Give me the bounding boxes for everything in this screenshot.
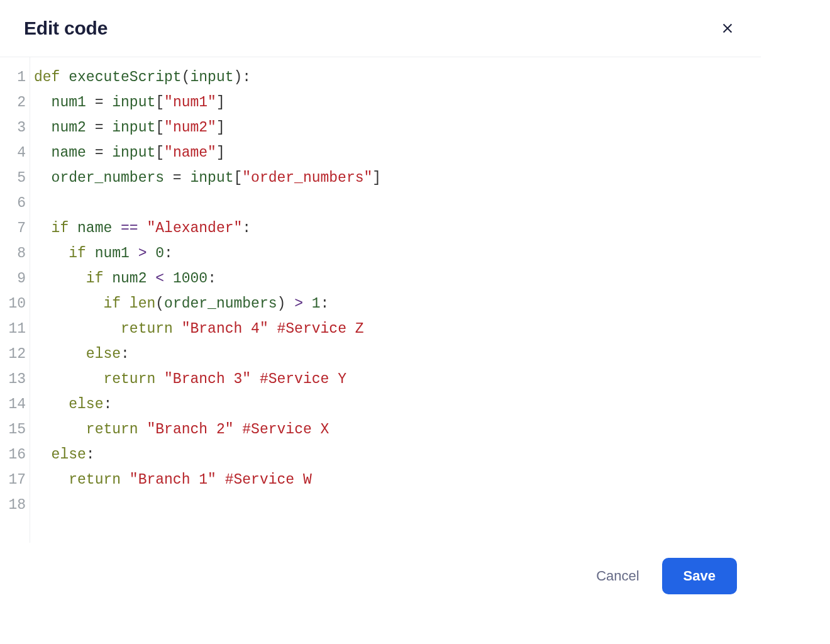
modal-title: Edit code [24, 18, 108, 39]
code-editor[interactable]: 123456789101112131415161718 def executeS… [0, 57, 761, 543]
code-line[interactable]: num2 = input["num2"] [34, 115, 755, 140]
code-line[interactable]: if num2 < 1000: [34, 266, 755, 291]
code-line[interactable]: return "Branch 2" #Service X [34, 417, 755, 442]
line-number: 11 [0, 316, 30, 341]
line-number: 15 [0, 417, 30, 442]
line-number: 5 [0, 165, 30, 191]
code-line[interactable]: if name == "Alexander": [34, 216, 755, 241]
code-line[interactable]: if num1 > 0: [34, 241, 755, 266]
line-number: 7 [0, 216, 30, 241]
modal-header: Edit code [0, 0, 761, 57]
line-number: 6 [0, 191, 30, 216]
code-line[interactable]: return "Branch 1" #Service W [34, 467, 755, 492]
line-number: 4 [0, 140, 30, 165]
line-number: 14 [0, 392, 30, 417]
code-line[interactable]: name = input["name"] [34, 140, 755, 165]
code-line[interactable]: return "Branch 4" #Service Z [34, 316, 755, 341]
line-number: 17 [0, 467, 30, 492]
close-icon [721, 21, 734, 35]
line-number-gutter: 123456789101112131415161718 [0, 57, 30, 543]
line-number: 8 [0, 241, 30, 266]
line-number: 10 [0, 291, 30, 316]
code-line[interactable] [34, 191, 755, 216]
code-line[interactable]: order_numbers = input["order_numbers"] [34, 165, 755, 191]
edit-code-modal: Edit code 123456789101112131415161718 de… [0, 0, 761, 616]
save-button[interactable]: Save [662, 558, 737, 594]
code-line[interactable]: else: [34, 341, 755, 367]
code-line[interactable]: else: [34, 442, 755, 467]
code-line[interactable]: def executeScript(input): [34, 65, 755, 90]
line-number: 13 [0, 367, 30, 392]
code-line[interactable]: if len(order_numbers) > 1: [34, 291, 755, 316]
line-number: 12 [0, 341, 30, 367]
modal-footer: Cancel Save [0, 543, 761, 616]
line-number: 16 [0, 442, 30, 467]
code-line[interactable]: return "Branch 3" #Service Y [34, 367, 755, 392]
close-button[interactable] [718, 19, 737, 38]
code-line[interactable] [34, 492, 755, 518]
code-area[interactable]: def executeScript(input): num1 = input["… [30, 57, 761, 543]
code-line[interactable]: num1 = input["num1"] [34, 90, 755, 115]
line-number: 1 [0, 65, 30, 90]
line-number: 18 [0, 492, 30, 518]
cancel-button[interactable]: Cancel [592, 567, 643, 585]
line-number: 3 [0, 115, 30, 140]
line-number: 9 [0, 266, 30, 291]
line-number: 2 [0, 90, 30, 115]
code-line[interactable]: else: [34, 392, 755, 417]
